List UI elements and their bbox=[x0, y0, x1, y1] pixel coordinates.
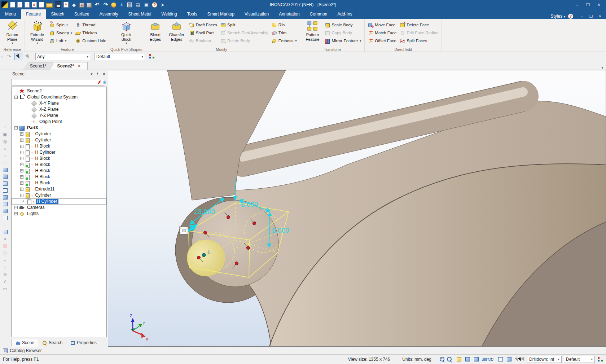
quickbar-icon[interactable] bbox=[46, 3, 53, 8]
side-tool-icon[interactable]: ∷ bbox=[1, 123, 9, 130]
side-tool-icon[interactable] bbox=[3, 230, 8, 234]
3d-viewport[interactable]: ⚓ 13.000 bbox=[108, 70, 606, 347]
side-tool-icon[interactable]: ○ bbox=[1, 145, 9, 152]
panel-dropdown-icon[interactable]: ▾ bbox=[91, 72, 93, 76]
status-tool-icon[interactable]: + bbox=[512, 356, 515, 363]
scene-browser-icon[interactable] bbox=[597, 357, 603, 362]
datum-plane-button[interactable]: Datum Plane bbox=[2, 19, 22, 47]
side-tool-icon[interactable]: ✦ bbox=[1, 236, 9, 242]
yellow-cylinder[interactable] bbox=[187, 240, 225, 276]
quickbar-icon[interactable]: ✳ bbox=[118, 1, 125, 8]
tree-item[interactable]: ↑ H Cylinder bbox=[12, 149, 106, 155]
tree-item[interactable]: ↑ X-Z Plane bbox=[12, 106, 106, 113]
ribbon-tab[interactable]: Assembly bbox=[94, 9, 123, 19]
quickbar-icon[interactable] bbox=[87, 3, 92, 8]
status-tool-icon[interactable]: + bbox=[457, 357, 461, 361]
side-tool-icon[interactable]: ⊘ bbox=[1, 271, 9, 278]
tree-expander[interactable] bbox=[20, 132, 23, 136]
help-icon[interactable]: ? bbox=[568, 14, 573, 19]
panel-tab[interactable]: Scene bbox=[12, 339, 38, 347]
doc-minimize-button[interactable]: – bbox=[579, 14, 585, 18]
side-tool-icon[interactable]: ◎ bbox=[1, 138, 9, 145]
tree-expander[interactable] bbox=[14, 206, 18, 209]
side-tool-icon[interactable] bbox=[3, 188, 8, 193]
tree-item[interactable]: ↑ Part3 bbox=[12, 125, 106, 131]
move-face-button[interactable]: Move Face bbox=[367, 21, 398, 28]
ribbon-tab[interactable]: Sketch bbox=[46, 9, 69, 19]
minimize-button[interactable]: – bbox=[572, 1, 582, 8]
ribbon-tab[interactable]: Common bbox=[305, 9, 333, 19]
quickbar-icon[interactable]: ↷ bbox=[102, 1, 109, 8]
tree-expander[interactable] bbox=[14, 212, 18, 215]
quickbar-icon[interactable]: ◌ bbox=[39, 2, 44, 8]
mirror-feature-button[interactable]: Mirror Feature bbox=[324, 37, 362, 44]
status-tool-icon[interactable]: + bbox=[482, 358, 488, 361]
offset-face-button[interactable]: Offset Face bbox=[367, 37, 398, 44]
trim-button[interactable]: Trim bbox=[271, 29, 298, 36]
status-tool-icon[interactable]: + bbox=[521, 357, 526, 362]
side-tool-icon[interactable] bbox=[3, 181, 8, 186]
side-tool-icon[interactable] bbox=[3, 244, 7, 248]
match-face-button[interactable]: Match Face bbox=[367, 29, 398, 36]
anchor-handle[interactable] bbox=[202, 253, 206, 257]
quickbar-icon[interactable]: + bbox=[79, 3, 84, 8]
clear-search-icon[interactable]: ✗ bbox=[97, 80, 101, 85]
tree-item[interactable]: ↑ Cylinder bbox=[12, 192, 106, 198]
tree-expander[interactable] bbox=[20, 175, 23, 179]
status-tool-icon[interactable]: + bbox=[453, 356, 456, 363]
tree-expander[interactable] bbox=[20, 145, 23, 148]
quickbar-icon[interactable]: ▤ bbox=[135, 1, 141, 8]
side-tool-icon[interactable]: · bbox=[1, 222, 9, 228]
side-tool-icon[interactable]: ⌐ bbox=[1, 256, 9, 263]
quickbar-icon[interactable]: I bbox=[25, 2, 30, 8]
rib-button[interactable]: Rib bbox=[271, 21, 298, 28]
side-tool-icon[interactable]: ▭ bbox=[1, 285, 9, 292]
tree-item[interactable]: ↑ Scene2 bbox=[12, 88, 106, 94]
tree-item[interactable]: ↑ Cameras bbox=[12, 205, 106, 211]
tree-search-input[interactable] bbox=[12, 79, 104, 86]
custom-hole-button[interactable]: Custom Hole bbox=[74, 37, 107, 44]
status-tool-icon[interactable]: + bbox=[487, 356, 494, 363]
sweep-button[interactable]: Sweep bbox=[48, 29, 73, 36]
document-tab[interactable]: Scene1*✕ bbox=[23, 62, 53, 70]
config-select[interactable]: Default▾ bbox=[564, 356, 595, 363]
quickbar-icon[interactable]: ➤ bbox=[159, 1, 166, 8]
status-tool-icon[interactable]: + bbox=[462, 356, 465, 363]
quickbar-icon[interactable] bbox=[10, 2, 15, 8]
side-tool-icon[interactable] bbox=[3, 202, 8, 206]
tree-expander[interactable] bbox=[22, 200, 25, 203]
draft-faces-button[interactable]: Draft Faces bbox=[188, 21, 218, 28]
quick-block-button[interactable]: Quick Block bbox=[116, 19, 136, 47]
doc-restore-button[interactable]: ❐ bbox=[588, 14, 594, 18]
status-tool-icon[interactable]: + bbox=[507, 357, 511, 361]
quickbar-icon[interactable] bbox=[111, 3, 116, 8]
quickbar-icon[interactable] bbox=[1, 1, 8, 8]
select-tool[interactable] bbox=[14, 53, 22, 60]
tab-list-caret[interactable]: ▾ bbox=[601, 66, 606, 70]
quickbar-icon[interactable] bbox=[55, 1, 61, 8]
tree-expander[interactable] bbox=[20, 181, 23, 185]
panel-tab[interactable]: Properties bbox=[66, 339, 101, 347]
tree-item[interactable]: ↑ H Block bbox=[12, 180, 106, 186]
tab-close-icon[interactable]: ✕ bbox=[78, 64, 81, 69]
side-tool-icon[interactable] bbox=[3, 175, 8, 179]
side-tool-icon[interactable] bbox=[3, 209, 8, 213]
panel-close-icon[interactable]: ✕ bbox=[102, 72, 106, 76]
tree-item[interactable]: ↑ Cylinder bbox=[12, 131, 106, 137]
ribbon-tab[interactable]: Add-Ins bbox=[332, 9, 357, 19]
blend-edges-button[interactable]: Blend Edges bbox=[145, 19, 166, 47]
ribbon-tab[interactable]: Annotation bbox=[274, 9, 304, 19]
panel-tab[interactable]: Search bbox=[38, 339, 66, 347]
emboss-button[interactable]: Emboss bbox=[271, 37, 298, 44]
extrude-wizard-button[interactable]: Extrude Wizard bbox=[27, 19, 47, 47]
ribbon-tab[interactable]: Sheet Metal bbox=[123, 9, 156, 19]
tree-expander[interactable] bbox=[20, 194, 23, 197]
selection-filter-select[interactable]: Any▾ bbox=[35, 53, 90, 60]
ribbon-tab[interactable]: Tools bbox=[182, 9, 202, 19]
tree-item[interactable]: ↑ Extrude11 bbox=[12, 186, 106, 192]
shell-part-button[interactable]: Shell Part bbox=[188, 29, 218, 36]
tree-item[interactable]: ↑ H Block bbox=[12, 143, 106, 149]
tree-item[interactable]: ↑ Y-Z Plane bbox=[12, 113, 106, 119]
tree-item[interactable]: ↑ H Cylinder bbox=[12, 198, 106, 205]
tree-item[interactable]: ↑ H Block bbox=[12, 162, 106, 168]
